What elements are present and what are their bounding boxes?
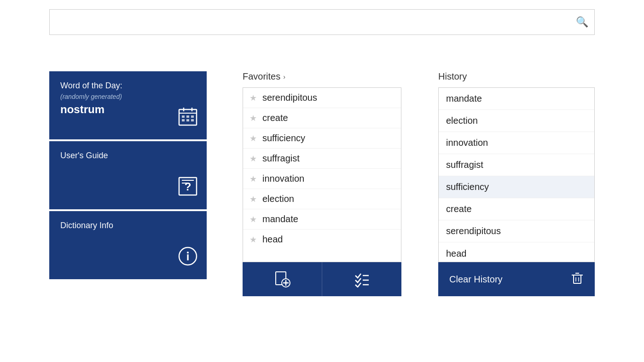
history-word: create (446, 204, 472, 214)
favorite-word: head (262, 234, 283, 245)
star-icon: ★ (249, 113, 257, 123)
clear-history-label: Clear History (449, 274, 503, 285)
list-item[interactable]: ★ election (243, 189, 401, 209)
dictionary-info-title: Dictionary Info (60, 220, 196, 231)
manage-favorites-icon (354, 271, 370, 287)
history-header: History (438, 71, 595, 82)
history-word: mandate (446, 93, 482, 104)
search-icon: 🔍 (576, 16, 588, 28)
trash-icon (571, 271, 584, 287)
history-panel: History mandate election innovation suff… (438, 71, 595, 296)
list-item[interactable]: mandate (439, 88, 594, 110)
svg-rect-8 (186, 119, 189, 121)
star-icon: ★ (249, 174, 257, 184)
left-panel: Word of the Day: (randomly generated) no… (49, 71, 207, 281)
favorites-chevron[interactable]: › (283, 73, 285, 80)
dictionary-info-tile[interactable]: Dictionary Info i (49, 211, 207, 279)
word-of-day-tile[interactable]: Word of the Day: (randomly generated) no… (49, 71, 207, 139)
history-word: election (446, 115, 478, 126)
favorite-word: suffragist (262, 153, 300, 164)
history-word: sufficiency (446, 182, 489, 192)
list-item[interactable]: ★ mandate (243, 209, 401, 230)
favorite-word: innovation (262, 173, 304, 184)
list-item[interactable]: election (439, 110, 594, 132)
favorite-word: create (262, 113, 288, 123)
calendar-icon (178, 107, 197, 130)
list-item[interactable]: innovation (439, 132, 594, 154)
svg-rect-9 (191, 119, 194, 121)
clear-history-button[interactable]: Clear History (438, 262, 595, 296)
list-item[interactable]: ★ suffragist (243, 149, 401, 169)
history-word: serendipitous (446, 226, 501, 236)
list-item[interactable]: ★ head (243, 230, 401, 249)
favorites-panel: Favorites › ★ serendipitous ★ create ★ s… (243, 71, 401, 296)
list-item[interactable]: ★ serendipitous (243, 88, 401, 108)
history-word: head (446, 248, 467, 259)
star-icon: ★ (249, 235, 257, 245)
users-guide-tile[interactable]: User's Guide ? (49, 141, 207, 209)
word-of-day-word: nostrum (60, 103, 196, 116)
star-icon: ★ (249, 133, 257, 144)
favorite-word: election (262, 194, 294, 204)
favorites-actions (243, 262, 401, 296)
list-item[interactable]: ★ innovation (243, 169, 401, 189)
list-item[interactable]: ★ create (243, 108, 401, 128)
list-item[interactable]: head (439, 242, 594, 262)
search-input[interactable] (49, 9, 595, 35)
svg-rect-5 (186, 115, 189, 118)
search-container: 🔍 (49, 9, 595, 35)
favorites-title: Favorites (243, 71, 280, 82)
history-list: mandate election innovation suffragist s… (438, 87, 595, 262)
favorite-word: mandate (262, 214, 298, 224)
list-item[interactable]: suffragist (439, 154, 594, 176)
word-of-day-subtitle: (randomly generated) (60, 93, 196, 100)
list-item[interactable]: create (439, 198, 594, 220)
info-icon: i (178, 247, 197, 270)
svg-rect-4 (182, 115, 185, 118)
favorites-header: Favorites › (243, 71, 401, 82)
svg-rect-7 (182, 119, 185, 121)
history-title: History (438, 71, 467, 82)
manage-favorites-button[interactable] (322, 262, 401, 296)
list-item[interactable]: ★ sufficiency (243, 128, 401, 149)
svg-rect-24 (574, 275, 581, 283)
svg-point-16 (187, 252, 189, 253)
star-icon: ★ (249, 154, 257, 164)
svg-rect-6 (191, 115, 194, 118)
word-of-day-title: Word of the Day: (60, 80, 196, 91)
help-icon: ? (178, 177, 197, 200)
favorite-word: serendipitous (262, 92, 317, 103)
add-favorite-button[interactable] (243, 262, 322, 296)
star-icon: ★ (249, 214, 257, 224)
search-button[interactable]: 🔍 (569, 9, 595, 35)
svg-text:?: ? (185, 180, 191, 193)
star-icon: ★ (249, 194, 257, 204)
history-word: innovation (446, 138, 488, 148)
users-guide-title: User's Guide (60, 150, 196, 161)
history-word: suffragist (446, 160, 483, 170)
list-item[interactable]: sufficiency (439, 176, 594, 198)
favorites-list: ★ serendipitous ★ create ★ sufficiency ★… (243, 87, 401, 262)
star-icon: ★ (249, 93, 257, 103)
add-favorite-icon (274, 271, 290, 287)
favorite-word: sufficiency (262, 133, 305, 144)
list-item[interactable]: serendipitous (439, 220, 594, 242)
